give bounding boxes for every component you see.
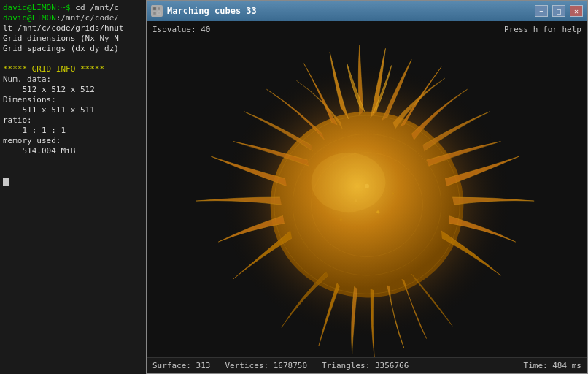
mc-window-title: Marching cubes 33 bbox=[167, 6, 530, 16]
terminal-dimensions-value: 511 x 511 x 511 bbox=[3, 105, 143, 115]
terminal-num-data-label: Num. data: bbox=[3, 75, 143, 85]
vertices-status: Vertices: 1678750 bbox=[225, 361, 307, 370]
svg-point-13 bbox=[340, 218, 342, 221]
terminal-cursor-line bbox=[3, 177, 143, 187]
terminal-line-4: Grid dimensions (Nx Ny N bbox=[3, 34, 143, 44]
terminal-ratio-value: 1 : 1 : 1 bbox=[3, 126, 143, 136]
maximize-button[interactable]: □ bbox=[552, 5, 565, 17]
triangles-status: Triangles: 3356766 bbox=[322, 361, 409, 370]
3d-viz-container bbox=[147, 37, 587, 357]
terminal-memory-value: 514.004 MiB bbox=[3, 146, 143, 156]
help-text: Press h for help bbox=[504, 25, 581, 34]
terminal-panel: david@LIMON:~$ cd /mnt/c david@LIMON:/mn… bbox=[0, 0, 146, 374]
svg-point-10 bbox=[365, 184, 369, 188]
surface-status: Surface: 313 bbox=[152, 361, 210, 370]
svg-point-14 bbox=[392, 192, 394, 194]
terminal-cursor bbox=[3, 178, 9, 186]
terminal-spacer-1 bbox=[3, 54, 143, 64]
svg-point-11 bbox=[355, 199, 357, 202]
terminal-line-1: david@LIMON:~$ cd /mnt/c bbox=[3, 3, 143, 13]
terminal-line-2: david@LIMON:/mnt/c/code/ bbox=[3, 13, 143, 23]
3d-object-svg bbox=[147, 37, 587, 357]
terminal-line-3: lt /mnt/c/code/grids/hnut bbox=[3, 23, 143, 34]
terminal-spacer-3 bbox=[3, 167, 143, 177]
isovalue-label: Isovalue: 40 bbox=[152, 25, 210, 34]
svg-rect-1 bbox=[158, 7, 160, 10]
svg-rect-0 bbox=[153, 7, 156, 10]
terminal-memory-label: memory used: bbox=[3, 136, 143, 146]
mc-visualization[interactable] bbox=[147, 37, 587, 357]
close-button[interactable]: ✕ bbox=[570, 5, 583, 17]
mc-window: Marching cubes 33 − □ ✕ Isovalue: 40 Pre… bbox=[146, 0, 588, 374]
time-status: Time: 484 ms bbox=[524, 361, 581, 370]
terminal-line-5: Grid spacings (dx dy dz) bbox=[3, 44, 143, 54]
minimize-button[interactable]: − bbox=[535, 5, 548, 17]
svg-point-9 bbox=[312, 153, 386, 212]
mc-info-bar: Isovalue: 40 Press h for help bbox=[147, 21, 587, 37]
terminal-num-data-value: 512 x 512 x 512 bbox=[3, 85, 143, 95]
terminal-spacer-2 bbox=[3, 156, 143, 167]
mc-titlebar[interactable]: Marching cubes 33 − □ ✕ bbox=[147, 1, 587, 21]
mc-window-icon bbox=[151, 5, 163, 17]
svg-rect-2 bbox=[153, 12, 156, 15]
mc-status-bar: Surface: 313 Vertices: 1678750 Triangles… bbox=[147, 357, 587, 373]
terminal-grid-header: ***** GRID INFO ***** bbox=[3, 64, 143, 75]
svg-rect-3 bbox=[158, 12, 160, 15]
svg-point-12 bbox=[376, 210, 379, 213]
terminal-dimensions-label: Dimensions: bbox=[3, 95, 143, 105]
terminal-ratio-label: ratio: bbox=[3, 115, 143, 126]
